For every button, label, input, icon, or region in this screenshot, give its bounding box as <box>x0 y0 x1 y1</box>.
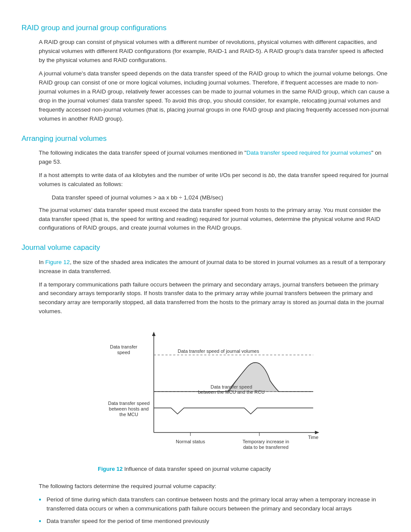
bullet-1: Period of time during which data transfe… <box>39 495 389 513</box>
raid-para-2: A journal volume's data transfer speed d… <box>39 69 389 124</box>
svg-text:Data transfer: Data transfer <box>110 344 137 349</box>
section-heading-raid: RAID group and journal group configurati… <box>22 22 389 34</box>
svg-text:data to be transferred: data to be transferred <box>243 445 288 450</box>
figure-caption: Figure 12 Influence of data transfer spe… <box>98 465 330 473</box>
capacity-para-after: The following factors determine the requ… <box>39 482 389 491</box>
svg-text:Temporary increase in: Temporary increase in <box>243 439 289 444</box>
figure-12-svg: Data transfer speed Time Data transfer s… <box>98 325 330 458</box>
capacity-para-2: If a temporary communications path failu… <box>39 280 389 317</box>
link-data-transfer-speed[interactable]: Data transfer speed required for journal… <box>246 149 371 156</box>
arranging-para-3: The journal volumes’ data transfer speed… <box>39 206 389 233</box>
arranging-para-1: The following indicates the data transfe… <box>39 149 389 167</box>
figure-caption-text: Influence of data transfer speed on jour… <box>124 466 271 472</box>
capacity-closing: To determine the journal volume capacity… <box>39 530 389 532</box>
svg-text:the MCU: the MCU <box>119 412 138 417</box>
section-content-arranging: The following indicates the data transfe… <box>39 149 389 233</box>
figure-12: Data transfer speed Time Data transfer s… <box>98 325 330 473</box>
section-heading-capacity: Journal volume capacity <box>22 242 389 253</box>
link-figure-12[interactable]: Figure 12 <box>45 259 70 265</box>
section-heading-arranging: Arranging journal volumes <box>22 133 389 144</box>
raid-para-1: A RAID group can consist of physical vol… <box>39 38 389 65</box>
capacity-para-1: In Figure 12, the size of the shaded are… <box>39 258 389 276</box>
svg-marker-3 <box>315 431 319 434</box>
svg-text:Time: Time <box>308 435 318 440</box>
arranging-para-2: If a host attempts to write data of aa k… <box>39 171 389 189</box>
section-content-raid: A RAID group can consist of physical vol… <box>39 38 389 123</box>
svg-text:Data transfer speed: Data transfer speed <box>108 401 150 406</box>
svg-marker-2 <box>152 332 156 336</box>
formula: Data transfer speed of journal volumes >… <box>52 193 389 202</box>
section-content-capacity: In Figure 12, the size of the shaded are… <box>39 258 389 532</box>
capacity-bullets: Period of time during which data transfe… <box>39 495 389 526</box>
svg-text:Normal status: Normal status <box>176 439 205 444</box>
bullet-2: Data transfer speed for the period of ti… <box>39 517 389 526</box>
svg-text:speed: speed <box>117 350 130 355</box>
svg-text:Data transfer speed of journal: Data transfer speed of journal volumes <box>178 348 259 354</box>
figure-label: Figure 12 <box>98 466 123 472</box>
svg-text:between hosts and: between hosts and <box>109 406 149 411</box>
